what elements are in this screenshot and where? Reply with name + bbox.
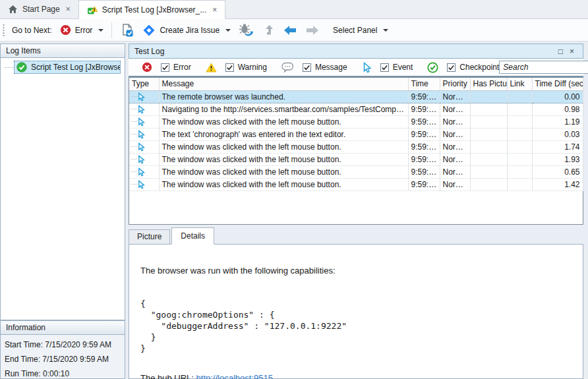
- cell-time-diff: 0.03: [532, 128, 583, 140]
- cell-message: The window was clicked with the left mou…: [159, 140, 408, 153]
- error-button-label: Error: [75, 26, 93, 35]
- cell-priority: Normal: [440, 90, 470, 103]
- tab-label: Script Test Log [JxBrowser_...: [102, 5, 207, 15]
- select-panel-button[interactable]: Select Panel: [329, 23, 392, 38]
- log-item-label: Script Test Log [JxBrowser...: [31, 63, 121, 72]
- cell-time-diff: 0.00: [532, 90, 583, 103]
- filter-event: Event: [362, 62, 413, 73]
- select-panel-label: Select Panel: [333, 26, 377, 35]
- cell-has-picture: [470, 115, 507, 128]
- message-bubble-icon: [281, 62, 294, 73]
- tab-start-page[interactable]: Start Page ×: [0, 0, 78, 18]
- close-tab-icon[interactable]: ×: [211, 5, 218, 15]
- cell-time: 9:59:46: [408, 153, 440, 165]
- document-check-icon: [120, 23, 134, 38]
- filter-label: Message: [315, 63, 347, 72]
- column-header-time[interactable]: Time: [408, 78, 440, 90]
- table-row[interactable]: The text 'chronograph' was entered in th…: [129, 128, 583, 140]
- cell-has-picture: [470, 178, 507, 190]
- cell-link: [507, 140, 532, 153]
- navigate-back-button[interactable]: [279, 22, 301, 39]
- move-up-button[interactable]: [259, 21, 279, 40]
- maximize-panel-icon[interactable]: □: [555, 47, 566, 56]
- go-to-next-error-button[interactable]: Error: [56, 22, 108, 38]
- hub-url-label: The hub URL:: [140, 373, 196, 379]
- cursor-event-icon: [362, 62, 372, 73]
- run-time-text: Run Time: 0:00:10: [5, 366, 121, 379]
- details-panel: The browser was run with the following c…: [129, 244, 583, 379]
- cell-time-diff: 1.19: [532, 115, 583, 128]
- cell-has-picture: [470, 165, 507, 178]
- cell-time: 9:59:42: [408, 128, 440, 140]
- message-checkbox[interactable]: [303, 63, 311, 72]
- report-bug-button[interactable]: [235, 20, 259, 40]
- tab-details[interactable]: Details: [171, 227, 214, 245]
- hub-url-link[interactable]: http://localhost:9515: [196, 373, 273, 379]
- cell-link: [507, 103, 532, 115]
- tab-label: Start Page: [22, 5, 60, 14]
- cell-message: The window was clicked with the left mou…: [159, 178, 408, 190]
- cursor-event-icon: [137, 105, 145, 114]
- warning-icon: [206, 63, 217, 73]
- left-arrow-icon: [283, 24, 297, 36]
- column-header-priority[interactable]: Priority: [440, 78, 470, 90]
- table-row[interactable]: The window was clicked with the left mou…: [129, 165, 583, 178]
- information-panel-header: Information: [0, 320, 125, 335]
- table-row[interactable]: The window was clicked with the left mou…: [129, 178, 583, 190]
- create-jira-label: Create Jira Issue: [160, 26, 220, 35]
- column-header-link[interactable]: Link: [507, 78, 532, 90]
- toolbar-grip-handle[interactable]: [2, 23, 5, 38]
- close-tab-icon[interactable]: ×: [65, 5, 72, 14]
- error-icon: [60, 24, 71, 36]
- error-checkbox[interactable]: [161, 63, 169, 72]
- column-header-has-picture[interactable]: Has Picture: [470, 78, 507, 90]
- table-row[interactable]: The window was clicked with the left mou…: [129, 115, 583, 128]
- log-items-tree: Script Test Log [JxBrowser...: [0, 58, 125, 320]
- table-row[interactable]: Navigating to the http://services.smartb…: [129, 103, 583, 115]
- create-jira-issue-button[interactable]: Create Jira Issue: [138, 21, 235, 40]
- cell-priority: Normal: [440, 178, 470, 190]
- column-header-message[interactable]: Message: [159, 78, 408, 90]
- log-table: Type Message Time Priority Has Picture L…: [129, 77, 583, 225]
- cell-message: The text 'chronograph' was entered in th…: [159, 128, 408, 140]
- tab-script-test-log[interactable]: Script Test Log [JxBrowser_... ×: [78, 0, 226, 19]
- toolbar-separator: [111, 22, 112, 38]
- tab-picture[interactable]: Picture: [129, 229, 170, 245]
- navigate-forward-button[interactable]: [301, 22, 324, 39]
- warning-checkbox[interactable]: [225, 63, 234, 72]
- table-row[interactable]: The window was clicked with the left mou…: [129, 153, 583, 165]
- event-checkbox[interactable]: [380, 63, 389, 72]
- column-header-time-diff[interactable]: Time Diff (sec): [532, 78, 583, 90]
- cell-time-diff: 1.74: [532, 140, 583, 153]
- information-title: Information: [6, 323, 45, 332]
- chevron-down-icon: [225, 29, 231, 32]
- checkpoint-icon: [427, 62, 438, 73]
- close-panel-icon[interactable]: ×: [566, 47, 577, 56]
- search-box: [499, 61, 588, 74]
- cursor-event-icon: [137, 142, 145, 152]
- search-input[interactable]: [499, 61, 588, 74]
- cell-message: The remote browser was launched.: [159, 90, 408, 103]
- filter-label: Event: [393, 63, 413, 72]
- cell-priority: Normal: [440, 128, 470, 140]
- cell-time-diff: 0.98: [532, 103, 583, 115]
- cell-priority: Normal: [440, 103, 470, 115]
- filter-label: Warning: [238, 63, 267, 72]
- log-item-script-test-log[interactable]: Script Test Log [JxBrowser...: [14, 61, 121, 74]
- filter-warning: Warning: [206, 63, 267, 73]
- cell-time: 9:59:44: [408, 140, 440, 153]
- cell-time-diff: 1.93: [532, 153, 583, 165]
- table-row[interactable]: The remote browser was launched. 9:59:40…: [129, 90, 583, 103]
- tree-line: [5, 67, 14, 68]
- select-test-items-button[interactable]: [116, 20, 138, 40]
- cell-has-picture: [470, 103, 507, 115]
- test-log-title: Test Log: [134, 47, 164, 56]
- test-log-panel-header: Test Log □ ×: [129, 44, 583, 59]
- cell-time: 9:59:42: [408, 115, 440, 128]
- cell-link: [507, 90, 532, 103]
- details-intro-text: The browser was run with the following c…: [140, 266, 583, 276]
- table-row[interactable]: The window was clicked with the left mou…: [129, 140, 583, 153]
- checkpoint-checkbox[interactable]: [447, 63, 456, 72]
- cell-priority: Normal: [440, 140, 470, 153]
- column-header-type[interactable]: Type: [129, 78, 159, 90]
